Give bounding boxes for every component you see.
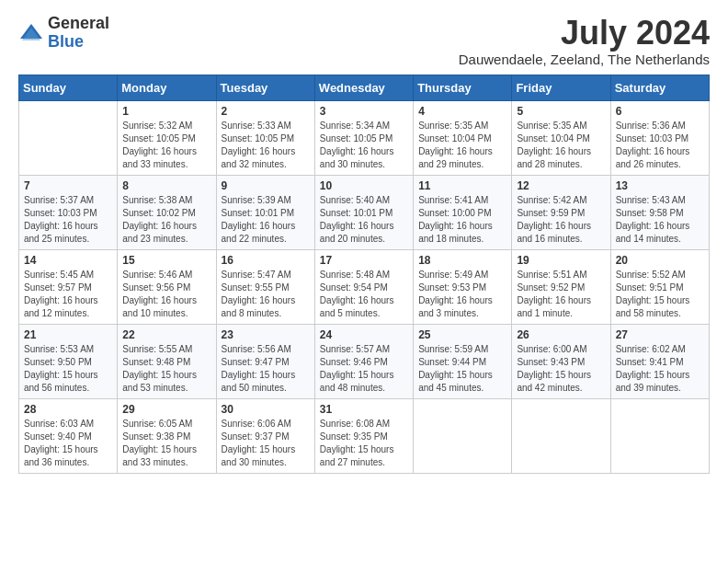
day-info: Sunrise: 6:08 AM Sunset: 9:35 PM Dayligh… <box>320 418 408 469</box>
day-info: Sunrise: 6:03 AM Sunset: 9:40 PM Dayligh… <box>24 418 112 469</box>
day-number: 3 <box>320 105 408 118</box>
day-info: Sunrise: 5:32 AM Sunset: 10:05 PM Daylig… <box>122 120 210 171</box>
location-subtitle: Dauwendaele, Zeeland, The Netherlands <box>459 52 710 67</box>
calendar-day-header: Tuesday <box>216 75 314 100</box>
day-number: 7 <box>24 179 112 192</box>
calendar-cell: 11Sunrise: 5:41 AM Sunset: 10:00 PM Dayl… <box>414 175 512 249</box>
day-info: Sunrise: 5:51 AM Sunset: 9:52 PM Dayligh… <box>517 269 605 320</box>
day-info: Sunrise: 5:46 AM Sunset: 9:56 PM Dayligh… <box>122 269 210 320</box>
calendar-table: SundayMondayTuesdayWednesdayThursdayFrid… <box>18 75 710 474</box>
day-number: 9 <box>222 179 310 192</box>
calendar-cell: 10Sunrise: 5:40 AM Sunset: 10:01 PM Dayl… <box>314 175 413 249</box>
day-number: 6 <box>616 105 704 118</box>
calendar-cell: 25Sunrise: 5:59 AM Sunset: 9:44 PM Dayli… <box>414 324 512 398</box>
day-info: Sunrise: 6:02 AM Sunset: 9:41 PM Dayligh… <box>616 343 704 395</box>
month-year-title: July 2024 <box>459 15 710 52</box>
calendar-cell: 17Sunrise: 5:48 AM Sunset: 9:54 PM Dayli… <box>314 249 413 324</box>
calendar-week-row: 7Sunrise: 5:37 AM Sunset: 10:03 PM Dayli… <box>19 175 710 249</box>
day-number: 20 <box>616 254 704 267</box>
calendar-cell: 16Sunrise: 5:47 AM Sunset: 9:55 PM Dayli… <box>216 249 314 324</box>
day-number: 28 <box>24 403 112 416</box>
logo-text: General Blue <box>48 15 109 52</box>
day-number: 25 <box>418 328 506 341</box>
day-info: Sunrise: 5:45 AM Sunset: 9:57 PM Dayligh… <box>24 269 112 320</box>
day-info: Sunrise: 5:35 AM Sunset: 10:04 PM Daylig… <box>517 120 605 171</box>
day-number: 24 <box>320 328 408 341</box>
calendar-week-row: 28Sunrise: 6:03 AM Sunset: 9:40 PM Dayli… <box>19 398 710 473</box>
day-info: Sunrise: 5:35 AM Sunset: 10:04 PM Daylig… <box>418 120 506 171</box>
calendar-cell: 4Sunrise: 5:35 AM Sunset: 10:04 PM Dayli… <box>414 100 512 175</box>
day-info: Sunrise: 5:38 AM Sunset: 10:02 PM Daylig… <box>122 194 210 246</box>
logo-general-text: General <box>48 15 109 33</box>
calendar-day-header: Sunday <box>19 75 118 100</box>
calendar-cell: 8Sunrise: 5:38 AM Sunset: 10:02 PM Dayli… <box>118 175 216 249</box>
day-info: Sunrise: 6:00 AM Sunset: 9:43 PM Dayligh… <box>517 343 605 395</box>
calendar-cell <box>512 398 610 473</box>
calendar-cell: 13Sunrise: 5:43 AM Sunset: 9:58 PM Dayli… <box>610 175 709 249</box>
day-info: Sunrise: 5:56 AM Sunset: 9:47 PM Dayligh… <box>222 343 310 395</box>
calendar-cell: 21Sunrise: 5:53 AM Sunset: 9:50 PM Dayli… <box>19 324 118 398</box>
day-info: Sunrise: 5:57 AM Sunset: 9:46 PM Dayligh… <box>320 343 408 395</box>
calendar-cell: 12Sunrise: 5:42 AM Sunset: 9:59 PM Dayli… <box>512 175 610 249</box>
calendar-cell: 31Sunrise: 6:08 AM Sunset: 9:35 PM Dayli… <box>314 398 413 473</box>
day-info: Sunrise: 6:06 AM Sunset: 9:37 PM Dayligh… <box>222 418 310 469</box>
calendar-cell: 23Sunrise: 5:56 AM Sunset: 9:47 PM Dayli… <box>216 324 314 398</box>
title-block: July 2024 Dauwendaele, Zeeland, The Neth… <box>459 15 710 67</box>
calendar-cell <box>19 100 118 175</box>
day-info: Sunrise: 5:34 AM Sunset: 10:05 PM Daylig… <box>320 120 408 171</box>
day-info: Sunrise: 5:40 AM Sunset: 10:01 PM Daylig… <box>320 194 408 246</box>
day-info: Sunrise: 5:42 AM Sunset: 9:59 PM Dayligh… <box>517 194 605 246</box>
calendar-cell: 2Sunrise: 5:33 AM Sunset: 10:05 PM Dayli… <box>216 100 314 175</box>
calendar-cell: 14Sunrise: 5:45 AM Sunset: 9:57 PM Dayli… <box>19 249 118 324</box>
day-info: Sunrise: 5:39 AM Sunset: 10:01 PM Daylig… <box>222 194 310 246</box>
calendar-day-header: Wednesday <box>314 75 413 100</box>
calendar-cell: 6Sunrise: 5:36 AM Sunset: 10:03 PM Dayli… <box>610 100 709 175</box>
calendar-cell: 19Sunrise: 5:51 AM Sunset: 9:52 PM Dayli… <box>512 249 610 324</box>
day-number: 27 <box>616 328 704 341</box>
day-number: 1 <box>122 105 210 118</box>
day-info: Sunrise: 5:33 AM Sunset: 10:05 PM Daylig… <box>222 120 310 171</box>
calendar-cell <box>610 398 709 473</box>
day-number: 4 <box>418 105 506 118</box>
day-number: 23 <box>222 328 310 341</box>
calendar-cell: 24Sunrise: 5:57 AM Sunset: 9:46 PM Dayli… <box>314 324 413 398</box>
calendar-cell: 15Sunrise: 5:46 AM Sunset: 9:56 PM Dayli… <box>118 249 216 324</box>
calendar-cell: 5Sunrise: 5:35 AM Sunset: 10:04 PM Dayli… <box>512 100 610 175</box>
day-number: 16 <box>222 254 310 267</box>
day-info: Sunrise: 5:52 AM Sunset: 9:51 PM Dayligh… <box>616 269 704 320</box>
day-info: Sunrise: 5:43 AM Sunset: 9:58 PM Dayligh… <box>616 194 704 246</box>
day-info: Sunrise: 5:47 AM Sunset: 9:55 PM Dayligh… <box>222 269 310 320</box>
calendar-cell: 7Sunrise: 5:37 AM Sunset: 10:03 PM Dayli… <box>19 175 118 249</box>
day-number: 21 <box>24 328 112 341</box>
logo-icon <box>18 20 44 46</box>
calendar-cell: 20Sunrise: 5:52 AM Sunset: 9:51 PM Dayli… <box>610 249 709 324</box>
day-info: Sunrise: 5:37 AM Sunset: 10:03 PM Daylig… <box>24 194 112 246</box>
calendar-cell: 30Sunrise: 6:06 AM Sunset: 9:37 PM Dayli… <box>216 398 314 473</box>
day-number: 10 <box>320 179 408 192</box>
day-number: 17 <box>320 254 408 267</box>
calendar-cell: 28Sunrise: 6:03 AM Sunset: 9:40 PM Dayli… <box>19 398 118 473</box>
logo-blue-text: Blue <box>48 33 109 52</box>
day-number: 5 <box>517 105 605 118</box>
calendar-week-row: 21Sunrise: 5:53 AM Sunset: 9:50 PM Dayli… <box>19 324 710 398</box>
day-info: Sunrise: 6:05 AM Sunset: 9:38 PM Dayligh… <box>122 418 210 469</box>
day-info: Sunrise: 5:53 AM Sunset: 9:50 PM Dayligh… <box>24 343 112 395</box>
day-number: 19 <box>517 254 605 267</box>
calendar-week-row: 14Sunrise: 5:45 AM Sunset: 9:57 PM Dayli… <box>19 249 710 324</box>
calendar-cell: 9Sunrise: 5:39 AM Sunset: 10:01 PM Dayli… <box>216 175 314 249</box>
page-header: General Blue July 2024 Dauwendaele, Zeel… <box>18 15 710 67</box>
day-number: 22 <box>122 328 210 341</box>
logo: General Blue <box>18 15 109 52</box>
day-number: 14 <box>24 254 112 267</box>
day-info: Sunrise: 5:49 AM Sunset: 9:53 PM Dayligh… <box>418 269 506 320</box>
calendar-day-header: Friday <box>512 75 610 100</box>
day-number: 30 <box>222 403 310 416</box>
day-number: 31 <box>320 403 408 416</box>
day-info: Sunrise: 5:55 AM Sunset: 9:48 PM Dayligh… <box>122 343 210 395</box>
day-number: 18 <box>418 254 506 267</box>
day-info: Sunrise: 5:36 AM Sunset: 10:03 PM Daylig… <box>616 120 704 171</box>
day-number: 15 <box>122 254 210 267</box>
calendar-cell: 26Sunrise: 6:00 AM Sunset: 9:43 PM Dayli… <box>512 324 610 398</box>
calendar-cell: 29Sunrise: 6:05 AM Sunset: 9:38 PM Dayli… <box>118 398 216 473</box>
day-number: 2 <box>222 105 310 118</box>
